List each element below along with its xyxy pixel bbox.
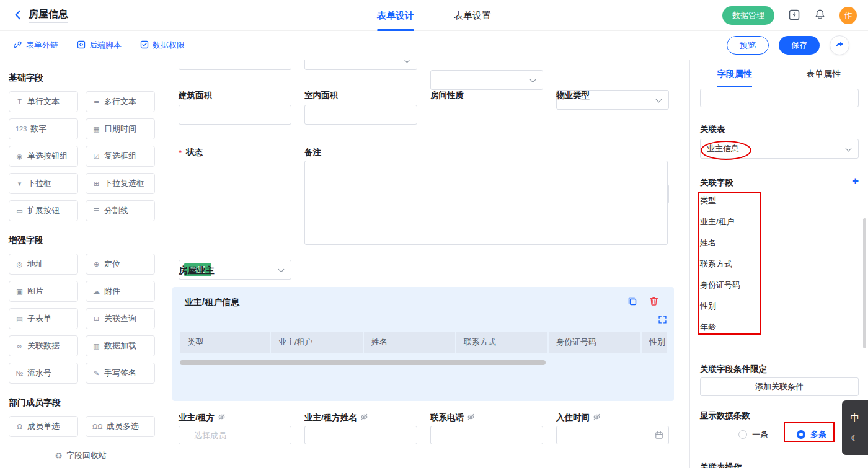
section-enhanced-fields: 增强字段 — [9, 235, 152, 246]
section-member-fields: 部门成员字段 — [9, 397, 152, 408]
radio-group-icon: ◉ — [16, 152, 24, 161]
related-field-item[interactable]: 业主/租户 — [700, 211, 859, 232]
field-location[interactable]: ⊕定位 — [86, 254, 155, 275]
owner-section-title: 房屋业主 — [179, 265, 215, 276]
field-multi-select[interactable]: ⊞下拉复选框 — [86, 173, 155, 194]
field-member-single[interactable]: Ω成员单选 — [9, 416, 78, 437]
cutoff-select-2[interactable] — [430, 70, 543, 90]
related-table-select[interactable]: 业主信息 — [700, 139, 859, 159]
form-canvas: 建筑面积 室内面积 房间性质 物业类型 *状态 备注 闲置 房屋业主 业主/租户… — [161, 60, 689, 468]
radio-multiple[interactable]: 多条 — [797, 429, 826, 440]
field-related-data[interactable]: ∞关联数据 — [9, 335, 78, 356]
calendar-icon — [655, 431, 663, 442]
related-field-item[interactable]: 身份证号码 — [700, 275, 859, 296]
preview-button[interactable]: 预览 — [727, 36, 769, 55]
moon-icon[interactable]: ☾ — [851, 433, 859, 444]
related-field-item[interactable]: 年龄 — [700, 317, 859, 338]
panel-cutoff-input[interactable] — [700, 89, 859, 107]
required-asterisk: * — [179, 148, 182, 157]
phone-input[interactable] — [430, 426, 543, 444]
save-button[interactable]: 保存 — [779, 36, 820, 55]
chevron-down-icon — [404, 60, 410, 63]
radio-single[interactable]: 一条 — [738, 429, 768, 440]
tab-form-design[interactable]: 表单设计 — [377, 0, 414, 31]
multi-select-icon: ⊞ — [92, 180, 100, 188]
field-radio-group[interactable]: ◉单选按钮组 — [9, 146, 78, 167]
field-multi-text[interactable]: ≣多行文本 — [86, 91, 155, 112]
field-member-multi[interactable]: ΩΩ成员多选 — [86, 416, 155, 437]
field-serial-number[interactable]: №流水号 — [9, 363, 78, 384]
vertical-scrollbar[interactable] — [863, 218, 866, 348]
bell-icon — [814, 9, 826, 22]
cutoff-input-1[interactable] — [179, 60, 291, 70]
add-condition-button[interactable]: 添加关联条件 — [700, 377, 859, 396]
form-external-link[interactable]: 表单外链 — [14, 40, 58, 51]
building-area-input[interactable] — [179, 105, 291, 125]
field-extend-button[interactable]: ▭扩展按钮 — [9, 200, 78, 221]
remark-textarea[interactable] — [304, 161, 668, 245]
checkin-time-input[interactable] — [556, 426, 669, 444]
field-signature[interactable]: ✎手写签名 — [86, 363, 155, 384]
field-checkbox-group[interactable]: ☑复选框组 — [86, 146, 155, 167]
add-field-button[interactable]: + — [852, 175, 859, 187]
field-data-load[interactable]: ▥数据加载 — [86, 335, 155, 356]
data-permission-link[interactable]: 数据权限 — [140, 40, 185, 51]
select-icon: ▾ — [16, 180, 24, 188]
field-recycle-bin[interactable]: ♻ 字段回收站 — [0, 443, 161, 468]
subform-title: 业主/租户信息 — [185, 297, 239, 308]
field-datetime[interactable]: ▦日期时间 — [86, 118, 155, 139]
owner-subform-card[interactable]: 业主/租户信息 类型 业主/租户 姓名 联系方式 — [172, 287, 674, 401]
related-field-item[interactable]: 类型 — [700, 190, 859, 211]
datetime-icon: ▦ — [92, 125, 100, 133]
workbench-button[interactable] — [788, 9, 800, 23]
owner-member-picker[interactable] — [179, 426, 291, 444]
related-field-item[interactable]: 姓名 — [700, 232, 859, 254]
copy-icon — [627, 296, 638, 309]
chevron-down-icon — [530, 77, 536, 83]
ime-lang-button[interactable]: 中 — [851, 412, 860, 424]
field-number[interactable]: 123数字 — [9, 118, 78, 139]
delete-button[interactable] — [649, 296, 659, 308]
member-multi-icon: ΩΩ — [92, 423, 102, 430]
column-header: 性别 — [642, 332, 666, 353]
room-type-label: 房间性质 — [430, 90, 464, 101]
inner-area-label: 室内面积 — [304, 90, 338, 101]
horizontal-scrollbar[interactable] — [180, 360, 546, 365]
chevron-down-icon — [278, 267, 285, 273]
tab-form-properties[interactable]: 表单属性 — [779, 60, 868, 87]
field-subform[interactable]: ▤子表单 — [9, 308, 78, 329]
field-single-text[interactable]: T单行文本 — [9, 91, 78, 112]
related-fields-list: 类型 业主/租户 姓名 联系方式 身份证号码 性别 年龄 — [700, 190, 859, 338]
app-header: 房屋信息 表单设计 表单设置 数据管理 作 — [0, 0, 868, 31]
cutoff-select-1[interactable] — [304, 60, 417, 70]
share-button[interactable] — [830, 35, 849, 55]
property-type-label: 物业类型 — [556, 90, 590, 101]
tab-form-settings[interactable]: 表单设置 — [454, 0, 491, 31]
field-address[interactable]: ◎地址 — [9, 254, 78, 275]
notifications-button[interactable] — [814, 9, 826, 22]
backend-script-link[interactable]: 后端脚本 — [77, 40, 122, 51]
display-count-radios: 一条 多条 — [700, 425, 859, 444]
owner-name-label: 业主/租方姓名 — [304, 412, 368, 423]
field-select[interactable]: ▾下拉框 — [9, 173, 78, 194]
subform-icon: ▤ — [16, 315, 24, 323]
owner-name-input[interactable] — [304, 426, 417, 444]
related-table-label: 关联表 — [700, 124, 859, 135]
form-external-label: 表单外链 — [26, 40, 58, 51]
field-image[interactable]: ▣图片 — [9, 281, 78, 302]
display-count-label: 显示数据条数 — [700, 410, 859, 422]
related-field-item[interactable]: 联系方式 — [700, 254, 859, 275]
back-button[interactable] — [12, 9, 24, 22]
related-field-item[interactable]: 性别 — [700, 296, 859, 317]
user-avatar[interactable]: 作 — [839, 7, 857, 24]
data-manage-button[interactable]: 数据管理 — [722, 6, 774, 25]
field-attachment[interactable]: ☁附件 — [86, 281, 155, 302]
field-divider[interactable]: ☰分割线 — [86, 200, 155, 221]
tab-field-properties[interactable]: 字段属性 — [690, 60, 779, 87]
copy-button[interactable] — [627, 296, 638, 309]
checkbox-group-icon: ☑ — [92, 152, 100, 161]
header-tabs: 表单设计 表单设置 — [377, 0, 491, 31]
inner-area-input[interactable] — [304, 105, 417, 125]
field-related-query[interactable]: ⊡关联查询 — [86, 308, 155, 329]
expand-button[interactable] — [658, 316, 666, 325]
